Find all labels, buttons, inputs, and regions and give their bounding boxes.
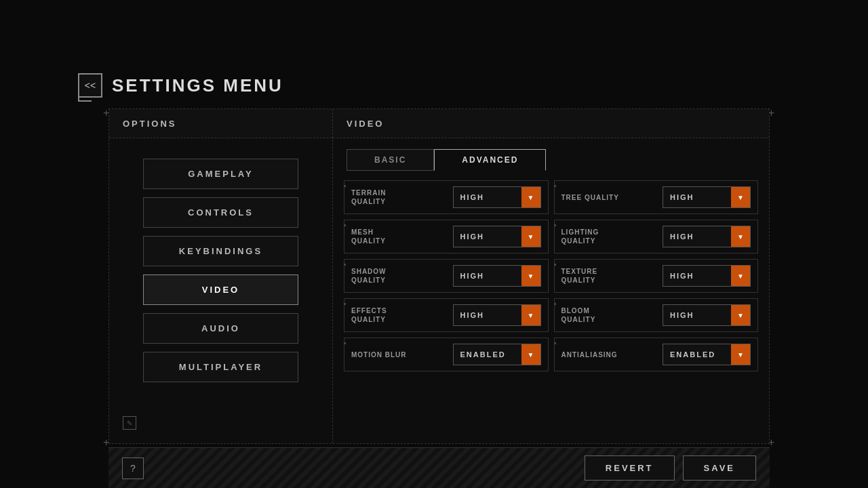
right-panel: VIDEO BASIC ADVANCED TERRAINQUALITY HIGH…: [333, 109, 769, 443]
setting-texture-quality: TEXTUREQUALITY HIGH ▼: [554, 259, 759, 293]
bloom-quality-label: BLOOMQUALITY: [561, 306, 609, 324]
tree-quality-label: TREE QUALITY: [561, 193, 619, 202]
shadow-quality-dropdown[interactable]: HIGH ▼: [453, 265, 541, 287]
back-button[interactable]: <<: [78, 73, 102, 98]
terrain-quality-arrow: ▼: [521, 187, 540, 207]
nav-video[interactable]: VIDEO: [143, 274, 298, 305]
effects-quality-label: EFFECTSQUALITY: [351, 306, 399, 324]
options-title: OPTIONS: [123, 119, 177, 129]
setting-motion-blur: MOTION BLUR ENABLED ▼: [344, 338, 549, 371]
motion-blur-value: ENABLED: [454, 350, 521, 359]
setting-effects-quality: EFFECTSQUALITY HIGH ▼: [344, 298, 549, 332]
antialiasing-value: ENABLED: [663, 350, 731, 359]
bottom-bar: ? REVERT SAVE: [108, 447, 770, 488]
video-panel-header: VIDEO: [333, 109, 769, 138]
bloom-quality-value: HIGH: [663, 311, 731, 319]
settings-grid: TERRAINQUALITY HIGH ▼ TREE QUALITY HIGH …: [344, 180, 758, 371]
header: << SETTINGS MENU: [78, 73, 283, 98]
motion-blur-label: MOTION BLUR: [351, 350, 407, 359]
motion-blur-dropdown[interactable]: ENABLED ▼: [453, 344, 541, 365]
nav-multiplayer[interactable]: MULTIPLAYER: [143, 352, 298, 382]
tree-quality-dropdown[interactable]: HIGH ▼: [663, 186, 751, 208]
main-container: OPTIONS GAMEPLAY CONTROLS KEYBINDINGS VI…: [108, 108, 770, 444]
texture-quality-value: HIGH: [663, 272, 731, 280]
setting-terrain-quality: TERRAINQUALITY HIGH ▼: [344, 180, 549, 214]
terrain-quality-label: TERRAINQUALITY: [351, 188, 399, 206]
effects-quality-value: HIGH: [454, 311, 521, 319]
setting-antialiasing: ANTIALIASING ENABLED ▼: [554, 338, 759, 371]
lighting-quality-dropdown[interactable]: HIGH ▼: [663, 226, 751, 247]
tab-advanced[interactable]: ADVANCED: [434, 149, 546, 171]
back-icon: <<: [85, 80, 96, 91]
texture-quality-arrow: ▼: [731, 266, 750, 286]
tabs-area: BASIC ADVANCED: [333, 138, 769, 171]
tree-quality-arrow: ▼: [731, 187, 750, 207]
motion-blur-arrow: ▼: [521, 344, 540, 365]
mesh-quality-arrow: ▼: [521, 226, 540, 247]
edit-icon: ✎: [123, 416, 136, 430]
save-button[interactable]: SAVE: [683, 455, 756, 481]
nav-controls[interactable]: CONTROLS: [143, 197, 298, 228]
shadow-quality-value: HIGH: [454, 272, 521, 280]
help-icon-symbol: ?: [130, 463, 136, 474]
left-panel: OPTIONS GAMEPLAY CONTROLS KEYBINDINGS VI…: [109, 109, 333, 443]
bloom-quality-arrow: ▼: [731, 305, 750, 325]
video-title: VIDEO: [347, 119, 384, 129]
setting-mesh-quality: MESHQUALITY HIGH ▼: [344, 220, 549, 253]
antialiasing-label: ANTIALIASING: [561, 350, 618, 359]
setting-shadow-quality: SHADOWQUALITY HIGH ▼: [344, 259, 549, 293]
settings-scroll[interactable]: TERRAINQUALITY HIGH ▼ TREE QUALITY HIGH …: [333, 171, 769, 443]
mesh-quality-label: MESHQUALITY: [351, 228, 399, 245]
shadow-quality-label: SHADOWQUALITY: [351, 267, 399, 285]
effects-quality-arrow: ▼: [521, 305, 540, 325]
help-button[interactable]: ?: [122, 458, 144, 479]
options-panel-header: OPTIONS: [109, 109, 332, 138]
mesh-quality-dropdown[interactable]: HIGH ▼: [453, 226, 541, 247]
lighting-quality-label: LIGHTINGQUALITY: [561, 228, 609, 245]
texture-quality-label: TEXTUREQUALITY: [561, 267, 609, 285]
nav-gameplay[interactable]: GAMEPLAY: [143, 159, 298, 189]
setting-bloom-quality: BLOOMQUALITY HIGH ▼: [554, 298, 759, 332]
setting-tree-quality: TREE QUALITY HIGH ▼: [554, 180, 759, 214]
tree-quality-value: HIGH: [663, 193, 731, 201]
bloom-quality-dropdown[interactable]: HIGH ▼: [663, 304, 751, 326]
screen: << SETTINGS MENU + + + + OPTIONS GAMEPLA…: [0, 0, 868, 488]
terrain-quality-value: HIGH: [454, 193, 521, 201]
antialiasing-arrow: ▼: [731, 344, 750, 365]
tab-basic[interactable]: BASIC: [347, 149, 434, 171]
effects-quality-dropdown[interactable]: HIGH ▼: [453, 304, 541, 326]
texture-quality-dropdown[interactable]: HIGH ▼: [663, 265, 751, 287]
terrain-quality-dropdown[interactable]: HIGH ▼: [453, 186, 541, 208]
mesh-quality-value: HIGH: [454, 232, 521, 241]
nav-audio[interactable]: AUDIO: [143, 313, 298, 344]
revert-button[interactable]: REVERT: [585, 455, 675, 481]
shadow-quality-arrow: ▼: [521, 266, 540, 286]
lighting-quality-value: HIGH: [663, 232, 731, 241]
antialiasing-dropdown[interactable]: ENABLED ▼: [663, 344, 751, 365]
nav-keybindings[interactable]: KEYBINDINGS: [143, 236, 298, 266]
page-title: SETTINGS MENU: [112, 75, 283, 96]
lighting-quality-arrow: ▼: [731, 226, 750, 247]
setting-lighting-quality: LIGHTINGQUALITY HIGH ▼: [554, 220, 759, 253]
nav-buttons: GAMEPLAY CONTROLS KEYBINDINGS VIDEO AUDI…: [109, 138, 332, 403]
